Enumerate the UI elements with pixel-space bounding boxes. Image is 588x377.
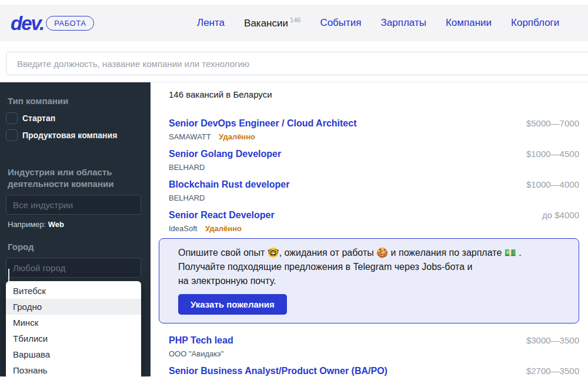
job-remote-badge: Удалённо <box>205 224 242 233</box>
filters-sidebar: Тип компании Стартап Продуктовая компани… <box>0 82 151 376</box>
specify-preferences-button[interactable]: Указать пожелания <box>178 294 287 315</box>
nav-item-lenta[interactable]: Лента <box>197 17 225 29</box>
job-title-link[interactable]: Blockchain Rust developer <box>169 178 289 191</box>
job-row: Senior Business Analyst/Product Owner (B… <box>169 365 579 377</box>
city-option-warsaw[interactable]: Варшава <box>6 346 141 362</box>
job-meta: BELHARD <box>169 193 289 203</box>
nav-item-corpblogs[interactable]: Корпблоги <box>511 17 559 29</box>
city-option-vitebsk[interactable]: Витебск <box>6 283 141 299</box>
job-title-link[interactable]: PHP Tech lead <box>169 334 233 346</box>
city-input[interactable] <box>6 258 141 278</box>
job-meta: BELHARD <box>169 162 281 172</box>
company-type-title: Тип компании <box>8 95 143 107</box>
search-section <box>0 41 588 82</box>
job-salary: до $4000 <box>542 210 579 233</box>
job-title-link[interactable]: Senior Business Analyst/Product Owner (B… <box>169 365 387 377</box>
job-row: Blockchain Rust developer BELHARD $1000—… <box>169 178 579 203</box>
vacancies-list: 146 вакансий в Беларуси Senior DevOps En… <box>151 82 588 376</box>
checkbox-startup[interactable] <box>6 112 18 124</box>
job-title-link[interactable]: Senior Golang Developer <box>169 148 281 160</box>
job-salary: $2700—3500 <box>526 366 579 377</box>
city-option-minsk[interactable]: Минск <box>6 315 141 331</box>
logo-badge: РАБОТА <box>46 16 94 31</box>
job-company[interactable]: IdeaSoft <box>169 224 197 233</box>
job-salary: $1000—4000 <box>526 179 579 203</box>
job-company[interactable]: BELHARD <box>169 193 205 202</box>
telegram-jobs-banner: Опишите свой опыт 🤓, ожидания от работы … <box>159 238 579 323</box>
job-meta: SAMAWATT Удалённо <box>169 132 356 142</box>
results-count: 146 вакансий в Беларуси <box>169 89 579 99</box>
job-row: Senior DevOps Engineer / Cloud Architect… <box>169 117 579 142</box>
site-header: dev. РАБОТА Лента Вакансии146 События За… <box>0 5 588 41</box>
filter-product-company-label: Продуктовая компания <box>22 131 117 140</box>
city-option-grodno[interactable]: Гродно <box>6 299 141 315</box>
search-input[interactable] <box>6 52 588 75</box>
industry-input[interactable] <box>6 195 141 215</box>
spacer <box>0 141 151 154</box>
filter-startup-label: Стартап <box>22 114 55 123</box>
job-row: PHP Tech lead ООО "Авидакэ" $3000—3500 <box>169 334 579 359</box>
spacer <box>0 229 151 241</box>
job-company[interactable]: BELHARD <box>169 163 205 172</box>
nav-item-events[interactable]: События <box>320 17 361 29</box>
industry-hint-value: Web <box>48 220 64 229</box>
job-remote-badge: Удалённо <box>219 132 255 141</box>
job-meta: IdeaSoft Удалённо <box>169 223 275 233</box>
job-salary: $5000—7000 <box>526 118 579 142</box>
city-filter: Город Витебск Гродно Минск Тбилиси Варша… <box>0 241 151 278</box>
main-nav: Лента Вакансии146 События Зарплаты Компа… <box>197 5 559 41</box>
job-company[interactable]: SAMAWATT <box>169 132 211 141</box>
city-option-poznan[interactable]: Познань <box>6 362 141 377</box>
job-row: Senior React Developer IdeaSoft Удалённо… <box>169 209 579 233</box>
industry-hint: Например: Web <box>8 220 143 229</box>
text-cursor <box>8 269 9 282</box>
industry-hint-label: Например: <box>8 220 46 229</box>
logo-brand-text: dev. <box>11 14 44 33</box>
top-strip <box>0 0 588 5</box>
city-title: Город <box>8 241 143 253</box>
job-salary: $3000—3500 <box>526 335 579 359</box>
content-area: Тип компании Стартап Продуктовая компани… <box>0 82 588 376</box>
vacancies-count-badge: 146 <box>290 16 300 24</box>
job-row: Senior Golang Developer BELHARD $1000—45… <box>169 148 579 172</box>
job-meta: ООО "Авидакэ" <box>169 349 233 359</box>
logo[interactable]: dev. РАБОТА <box>11 14 94 33</box>
nav-item-salaries[interactable]: Зарплаты <box>381 17 426 29</box>
job-company[interactable]: ООО "Авидакэ" <box>169 349 223 358</box>
industry-title: Индустрия или область деятельности компа… <box>8 166 131 190</box>
city-dropdown: Витебск Гродно Минск Тбилиси Варшава Поз… <box>6 281 141 377</box>
filter-product-company[interactable]: Продуктовая компания <box>6 129 151 141</box>
nav-item-vacancies[interactable]: Вакансии146 <box>244 16 300 29</box>
job-title-link[interactable]: Senior DevOps Engineer / Cloud Architect <box>169 117 356 129</box>
banner-text: Опишите свой опыт 🤓, ожидания от работы … <box>178 246 567 288</box>
city-option-tbilisi[interactable]: Тбилиси <box>6 331 141 346</box>
job-salary: $1000—4500 <box>526 149 579 172</box>
nav-item-companies[interactable]: Компании <box>446 17 492 29</box>
filter-startup[interactable]: Стартап <box>6 112 151 124</box>
job-title-link[interactable]: Senior React Developer <box>169 209 275 221</box>
checkbox-product-company[interactable] <box>6 129 18 141</box>
